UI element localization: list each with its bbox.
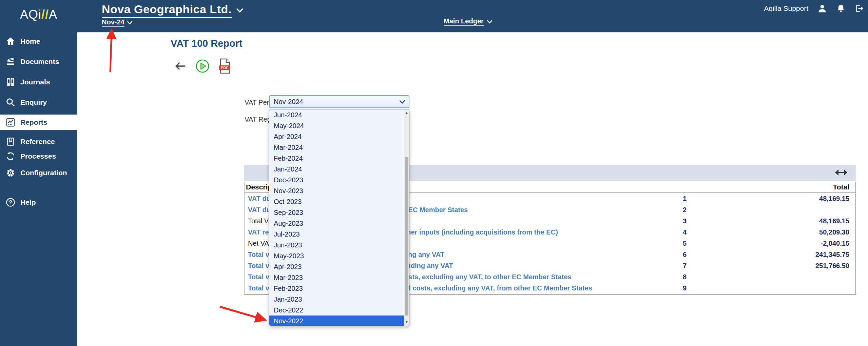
dropdown-option[interactable]: Jun-2023 [269,240,405,250]
dropdown-option[interactable]: Dec-2022 [269,305,405,316]
processes-icon [5,151,16,161]
dropdown-option[interactable]: Jul-2023 [269,229,405,240]
dropdown-option[interactable]: Jan-2023 [269,294,405,305]
dropdown-option[interactable]: Aug-2023 [269,218,405,229]
row-total-value: 48,169.15 [720,217,855,225]
dropdown-option[interactable]: May-2024 [269,120,405,131]
dropdown-option[interactable]: Mar-2024 [269,142,405,153]
reports-icon [5,117,16,127]
dropdown-option[interactable]: Feb-2023 [269,283,405,294]
aqilla-logo: AQi//A [0,7,77,22]
sidebar-item-label: Documents [20,58,59,66]
sidebar: AQi//A Home Documents Journals Enquiry R… [0,0,77,346]
left-right-arrows-icon[interactable] [834,168,848,177]
accounting-period-selector[interactable]: Nov-24 [102,18,132,27]
dropdown-option[interactable]: Sep-2023 [269,207,405,218]
top-header-bar: Nova Geographica Ltd. Nov-24 Main Ledger… [0,0,868,32]
sidebar-item-label: Enquiry [20,98,47,106]
row-total-value: 50,209.30 [720,228,855,236]
ledger-value[interactable]: Main Ledger [444,17,484,26]
company-name[interactable]: Nova Geographica Ltd. [102,3,232,18]
row-box-number: 8 [683,273,720,281]
sidebar-item-processes[interactable]: Processes [0,148,77,164]
chevron-down-icon [487,20,492,24]
sidebar-item-label: Reference [20,138,55,146]
row-box-number: 5 [683,240,720,247]
vat-period-select[interactable]: Nov-2024 [269,95,409,108]
sidebar-item-label: Help [20,198,36,206]
vat-period-dropdown: Jun-2024May-2024Apr-2024Mar-2024Feb-2024… [269,109,409,326]
sidebar-item-label: Processes [20,152,56,160]
sidebar-item-label: Reports [20,118,47,126]
sidebar-item-reference[interactable]: Reference [0,134,77,149]
dropdown-option[interactable]: Apr-2023 [269,261,405,272]
row-box-number: 9 [683,284,720,292]
ledger-selector[interactable]: Main Ledger [444,17,492,26]
dropdown-option[interactable]: Dec-2023 [269,175,405,185]
configuration-icon [5,168,16,178]
chevron-down-icon [236,8,243,13]
chevron-down-icon [399,100,405,104]
bell-icon[interactable] [836,4,846,13]
row-total-value: 241,345.75 [720,251,855,259]
home-icon [5,36,16,46]
row-box-number: 3 [683,217,720,225]
row-total-value: 48,169.15 [720,195,855,203]
export-pdf-icon[interactable]: PDF [218,58,231,74]
dropdown-option[interactable]: Jun-2024 [269,109,405,120]
dropdown-option[interactable]: Oct-2023 [269,196,405,207]
row-total-value: 251,766.50 [720,262,855,270]
sidebar-item-reports[interactable]: Reports [0,115,77,130]
help-icon [5,197,16,207]
dropdown-option[interactable]: Feb-2024 [269,153,405,164]
column-header-total: Total [720,183,855,191]
row-box-number: 1 [683,195,720,203]
sidebar-item-home[interactable]: Home [0,34,77,49]
user-icon[interactable] [817,3,827,14]
logout-icon[interactable] [854,4,864,13]
sidebar-item-configuration[interactable]: Configuration [0,165,77,181]
row-total-value: -2,040.15 [720,240,855,247]
sidebar-item-label: Home [20,37,40,45]
sidebar-item-help[interactable]: Help [0,195,77,210]
dropdown-option[interactable]: Nov-2022 [269,316,405,326]
dropdown-option[interactable]: Mar-2023 [269,272,405,283]
dropdown-option[interactable]: May-2023 [269,250,405,261]
row-box-number: 7 [683,262,720,270]
documents-icon [5,57,16,67]
row-box-number: 6 [683,251,720,259]
dropdown-scrollbar[interactable]: ▲ ▼ [404,109,409,326]
sidebar-item-label: Configuration [20,169,67,177]
vat-period-selected-value: Nov-2024 [274,98,303,106]
scrollbar-thumb[interactable] [405,157,408,316]
reference-icon [5,137,16,147]
sidebar-item-label: Journals [20,78,50,86]
sidebar-item-enquiry[interactable]: Enquiry [0,95,77,110]
main-content: Description Total VAT due this period on… [77,32,868,346]
svg-text:PDF: PDF [221,66,228,70]
page-title: VAT 100 Report [171,38,243,49]
accounting-period-value[interactable]: Nov-24 [102,18,124,27]
journals-icon [5,77,16,87]
scroll-down-icon[interactable]: ▼ [404,320,409,325]
sidebar-item-journals[interactable]: Journals [0,74,77,90]
scroll-up-icon[interactable]: ▲ [404,110,409,116]
row-box-number: 4 [683,228,720,236]
user-name[interactable]: Aqilla Support [764,4,808,13]
dropdown-option[interactable]: Apr-2024 [269,131,405,142]
run-report-play-icon[interactable] [195,59,210,73]
sidebar-item-documents[interactable]: Documents [0,54,77,69]
dropdown-option[interactable]: Nov-2023 [269,185,405,196]
enquiry-icon [5,97,16,107]
chevron-down-icon [127,21,132,25]
dropdown-option[interactable]: Jan-2024 [269,164,405,175]
row-box-number: 2 [683,206,720,214]
company-selector[interactable]: Nova Geographica Ltd. [102,3,243,18]
back-arrow-icon[interactable] [174,61,187,71]
